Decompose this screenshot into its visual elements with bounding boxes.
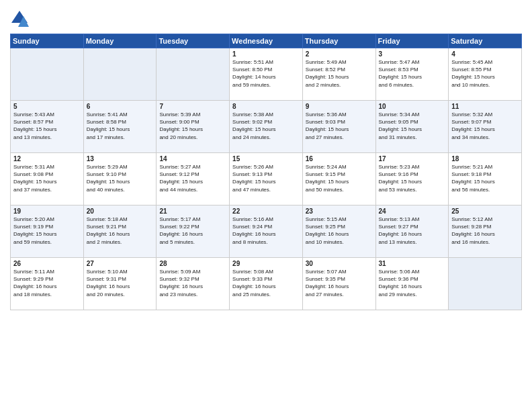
day-number: 1 xyxy=(232,50,300,58)
day-info: Sunrise: 5:32 AM Sunset: 9:07 PM Dayligh… xyxy=(451,111,519,141)
day-number: 20 xyxy=(87,208,154,215)
day-number: 17 xyxy=(379,155,446,163)
calendar-day-cell: 9Sunrise: 5:36 AM Sunset: 9:03 PM Daylig… xyxy=(302,101,375,153)
day-number: 11 xyxy=(451,103,519,110)
calendar-day-cell: 6Sunrise: 5:41 AM Sunset: 8:58 PM Daylig… xyxy=(83,101,157,153)
calendar-day-cell: 27Sunrise: 5:10 AM Sunset: 9:31 PM Dayli… xyxy=(83,258,157,310)
day-number: 27 xyxy=(87,260,154,267)
calendar-day-cell: 11Sunrise: 5:32 AM Sunset: 9:07 PM Dayli… xyxy=(449,101,522,153)
weekday-header-thursday: Thursday xyxy=(302,34,375,48)
logo xyxy=(10,9,32,28)
day-number: 26 xyxy=(13,260,81,267)
day-info: Sunrise: 5:43 AM Sunset: 8:57 PM Dayligh… xyxy=(13,111,81,141)
header xyxy=(10,7,522,28)
day-info: Sunrise: 5:31 AM Sunset: 9:08 PM Dayligh… xyxy=(13,163,81,193)
day-info: Sunrise: 5:24 AM Sunset: 9:15 PM Dayligh… xyxy=(306,163,373,193)
day-number: 5 xyxy=(13,103,81,110)
calendar-week-row: 12Sunrise: 5:31 AM Sunset: 9:08 PM Dayli… xyxy=(11,153,522,205)
calendar-day-cell: 18Sunrise: 5:21 AM Sunset: 9:18 PM Dayli… xyxy=(449,153,522,205)
calendar-day-cell: 8Sunrise: 5:38 AM Sunset: 9:02 PM Daylig… xyxy=(230,101,303,153)
weekday-header-friday: Friday xyxy=(375,34,449,48)
day-info: Sunrise: 5:20 AM Sunset: 9:19 PM Dayligh… xyxy=(13,216,81,246)
calendar-day-cell: 5Sunrise: 5:43 AM Sunset: 8:57 PM Daylig… xyxy=(11,101,84,153)
day-info: Sunrise: 5:39 AM Sunset: 9:00 PM Dayligh… xyxy=(159,111,226,141)
calendar-day-cell xyxy=(449,258,522,310)
calendar-day-cell: 13Sunrise: 5:29 AM Sunset: 9:10 PM Dayli… xyxy=(83,153,157,205)
calendar-day-cell xyxy=(11,48,84,101)
day-number: 21 xyxy=(159,208,226,215)
day-number: 2 xyxy=(306,50,373,58)
day-info: Sunrise: 5:49 AM Sunset: 8:52 PM Dayligh… xyxy=(306,58,373,89)
day-number: 24 xyxy=(379,208,446,215)
calendar-day-cell: 31Sunrise: 5:06 AM Sunset: 9:36 PM Dayli… xyxy=(375,258,449,310)
calendar-day-cell: 19Sunrise: 5:20 AM Sunset: 9:19 PM Dayli… xyxy=(11,205,84,258)
calendar-day-cell: 26Sunrise: 5:11 AM Sunset: 9:29 PM Dayli… xyxy=(11,258,84,310)
day-number: 8 xyxy=(232,103,300,110)
day-info: Sunrise: 5:08 AM Sunset: 9:33 PM Dayligh… xyxy=(232,268,300,298)
day-info: Sunrise: 5:11 AM Sunset: 9:29 PM Dayligh… xyxy=(13,268,81,298)
day-number: 7 xyxy=(159,103,226,110)
day-info: Sunrise: 5:23 AM Sunset: 9:16 PM Dayligh… xyxy=(379,163,446,193)
weekday-header-wednesday: Wednesday xyxy=(230,34,303,48)
calendar-day-cell: 22Sunrise: 5:16 AM Sunset: 9:24 PM Dayli… xyxy=(230,205,303,258)
calendar-day-cell xyxy=(157,48,230,101)
day-info: Sunrise: 5:21 AM Sunset: 9:18 PM Dayligh… xyxy=(451,163,519,193)
day-info: Sunrise: 5:07 AM Sunset: 9:35 PM Dayligh… xyxy=(306,268,373,298)
day-number: 14 xyxy=(159,155,226,163)
day-info: Sunrise: 5:15 AM Sunset: 9:25 PM Dayligh… xyxy=(306,216,373,246)
day-number: 19 xyxy=(13,208,81,215)
day-info: Sunrise: 5:38 AM Sunset: 9:02 PM Dayligh… xyxy=(232,111,300,141)
calendar-day-cell: 10Sunrise: 5:34 AM Sunset: 9:05 PM Dayli… xyxy=(375,101,449,153)
calendar-day-cell xyxy=(83,48,157,101)
calendar-week-row: 26Sunrise: 5:11 AM Sunset: 9:29 PM Dayli… xyxy=(11,258,522,310)
calendar-day-cell: 14Sunrise: 5:27 AM Sunset: 9:12 PM Dayli… xyxy=(157,153,230,205)
calendar-week-row: 19Sunrise: 5:20 AM Sunset: 9:19 PM Dayli… xyxy=(11,205,522,258)
day-number: 25 xyxy=(451,208,519,215)
day-info: Sunrise: 5:06 AM Sunset: 9:36 PM Dayligh… xyxy=(379,268,446,298)
calendar-day-cell: 30Sunrise: 5:07 AM Sunset: 9:35 PM Dayli… xyxy=(302,258,375,310)
calendar-week-row: 1Sunrise: 5:51 AM Sunset: 8:50 PM Daylig… xyxy=(11,48,522,101)
day-info: Sunrise: 5:18 AM Sunset: 9:21 PM Dayligh… xyxy=(87,216,154,246)
calendar-day-cell: 23Sunrise: 5:15 AM Sunset: 9:25 PM Dayli… xyxy=(302,205,375,258)
day-info: Sunrise: 5:12 AM Sunset: 9:28 PM Dayligh… xyxy=(451,216,519,246)
calendar-day-cell: 29Sunrise: 5:08 AM Sunset: 9:33 PM Dayli… xyxy=(230,258,303,310)
weekday-header-tuesday: Tuesday xyxy=(157,34,230,48)
calendar-day-cell: 12Sunrise: 5:31 AM Sunset: 9:08 PM Dayli… xyxy=(11,153,84,205)
day-info: Sunrise: 5:16 AM Sunset: 9:24 PM Dayligh… xyxy=(232,216,300,246)
day-number: 23 xyxy=(306,208,373,215)
day-info: Sunrise: 5:27 AM Sunset: 9:12 PM Dayligh… xyxy=(159,163,226,193)
weekday-header-sunday: Sunday xyxy=(11,34,84,48)
day-number: 10 xyxy=(379,103,446,110)
weekday-header-row: SundayMondayTuesdayWednesdayThursdayFrid… xyxy=(11,34,522,48)
day-info: Sunrise: 5:29 AM Sunset: 9:10 PM Dayligh… xyxy=(87,163,154,193)
day-number: 4 xyxy=(451,50,519,58)
day-info: Sunrise: 5:26 AM Sunset: 9:13 PM Dayligh… xyxy=(232,163,300,193)
calendar-day-cell: 1Sunrise: 5:51 AM Sunset: 8:50 PM Daylig… xyxy=(230,48,303,101)
calendar-day-cell: 7Sunrise: 5:39 AM Sunset: 9:00 PM Daylig… xyxy=(157,101,230,153)
calendar-table: SundayMondayTuesdayWednesdayThursdayFrid… xyxy=(10,34,522,310)
calendar-day-cell: 20Sunrise: 5:18 AM Sunset: 9:21 PM Dayli… xyxy=(83,205,157,258)
day-number: 31 xyxy=(379,260,446,267)
day-number: 16 xyxy=(306,155,373,163)
calendar-day-cell: 25Sunrise: 5:12 AM Sunset: 9:28 PM Dayli… xyxy=(449,205,522,258)
day-info: Sunrise: 5:09 AM Sunset: 9:32 PM Dayligh… xyxy=(159,268,226,298)
calendar-day-cell: 21Sunrise: 5:17 AM Sunset: 9:22 PM Dayli… xyxy=(157,205,230,258)
day-number: 30 xyxy=(306,260,373,267)
day-number: 12 xyxy=(13,155,81,163)
calendar-day-cell: 15Sunrise: 5:26 AM Sunset: 9:13 PM Dayli… xyxy=(230,153,303,205)
day-info: Sunrise: 5:51 AM Sunset: 8:50 PM Dayligh… xyxy=(232,58,300,89)
day-number: 29 xyxy=(232,260,300,267)
weekday-header-saturday: Saturday xyxy=(449,34,522,48)
day-info: Sunrise: 5:17 AM Sunset: 9:22 PM Dayligh… xyxy=(159,216,226,246)
day-number: 6 xyxy=(87,103,154,110)
day-info: Sunrise: 5:36 AM Sunset: 9:03 PM Dayligh… xyxy=(306,111,373,141)
day-info: Sunrise: 5:13 AM Sunset: 9:27 PM Dayligh… xyxy=(379,216,446,246)
day-number: 22 xyxy=(232,208,300,215)
day-number: 18 xyxy=(451,155,519,163)
day-info: Sunrise: 5:47 AM Sunset: 8:53 PM Dayligh… xyxy=(379,58,446,89)
day-info: Sunrise: 5:10 AM Sunset: 9:31 PM Dayligh… xyxy=(87,268,154,298)
calendar-week-row: 5Sunrise: 5:43 AM Sunset: 8:57 PM Daylig… xyxy=(11,101,522,153)
calendar-day-cell: 24Sunrise: 5:13 AM Sunset: 9:27 PM Dayli… xyxy=(375,205,449,258)
day-number: 13 xyxy=(87,155,154,163)
day-number: 15 xyxy=(232,155,300,163)
